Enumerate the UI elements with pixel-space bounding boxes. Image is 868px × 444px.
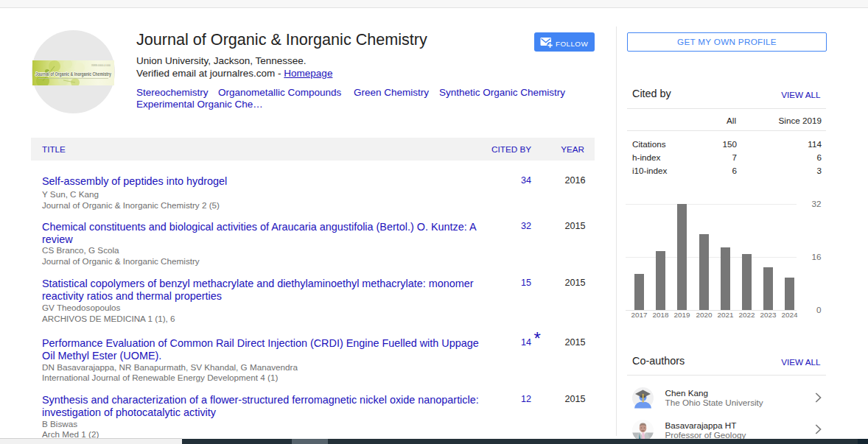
svg-text:Journal of Organic & Inorganic: Journal of Organic & Inorganic Chemistry: [35, 71, 111, 77]
svg-text:ISSN 0000-0 000: ISSN 0000-0 000: [91, 64, 111, 67]
